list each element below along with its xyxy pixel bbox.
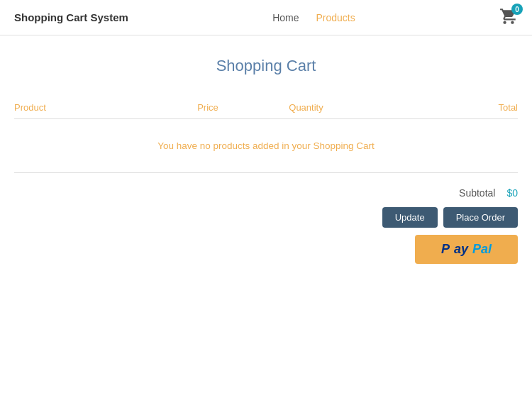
empty-message-suffix: added in your Shopping Cart [250,140,375,151]
nav-home-link[interactable]: Home [272,12,299,23]
page-title: Shopping Cart [14,57,518,75]
main-content: Shopping Cart Product Price Quantity Tot… [0,35,532,285]
paypal-wrapper: PayPal [14,235,518,264]
update-button[interactable]: Update [382,207,438,228]
paypal-button[interactable]: PayPal [415,235,518,264]
cart-table-header: Product Price Quantity Total [14,96,518,119]
paypal-p-icon: P [441,242,450,257]
paypal-text-light: Pal [472,242,492,257]
subtotal-row: Subtotal $0 [14,187,518,199]
paypal-text-blue: ay [454,242,468,257]
subtotal-label: Subtotal [459,187,495,199]
place-order-button[interactable]: Place Order [443,207,518,228]
nav-links: Home Products [272,12,355,23]
brand-title: Shopping Cart System [14,11,128,23]
cart-badge: 0 [511,4,523,15]
subtotal-value: $0 [506,187,518,199]
action-buttons: Update Place Order [14,207,518,228]
navbar: Shopping Cart System Home Products 0 [0,0,532,35]
header-product: Product [14,102,197,113]
empty-message-link: products [213,140,250,151]
header-quantity: Quantity [289,102,426,113]
empty-message-prefix: You have no [157,140,213,151]
empty-cart-message: You have no products added in your Shopp… [14,119,518,173]
header-total: Total [426,102,518,113]
nav-products-link[interactable]: Products [316,12,355,23]
cart-icon-button[interactable]: 0 [499,7,518,28]
header-price: Price [197,102,289,113]
